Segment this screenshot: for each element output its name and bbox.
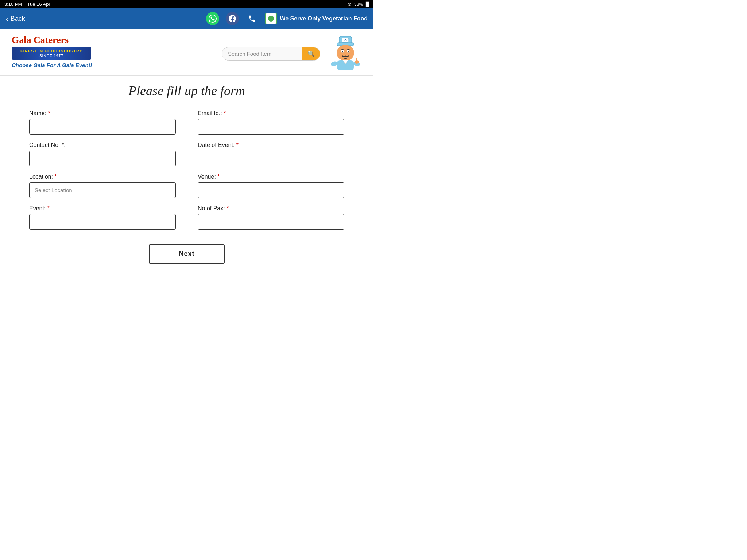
input-contact[interactable] — [29, 151, 176, 166]
label-email: Email Id.: * — [198, 110, 344, 117]
form-group-location: Location: * — [29, 174, 176, 198]
svg-point-10 — [330, 61, 338, 67]
back-arrow-icon: ‹ — [6, 15, 8, 23]
input-venue[interactable] — [198, 182, 344, 198]
form-group-venue: Venue: * — [198, 174, 344, 198]
required-star-date: * — [236, 142, 239, 148]
form-group-contact: Contact No. *: — [29, 142, 176, 166]
label-pax: No of Pax: * — [198, 205, 344, 212]
nav-icons-group: We Serve Only Vegetarian Food — [206, 12, 368, 25]
logo-banner-line2: SINCE 1977 — [20, 54, 82, 58]
sync-icon: ⊘ — [348, 2, 351, 7]
logo-banner: FINEST IN FOOD INDUSTRY SINCE 1977 — [12, 47, 91, 60]
svg-point-7 — [342, 51, 343, 53]
label-contact: Contact No. *: — [29, 142, 176, 148]
battery-icon: ▉ — [366, 2, 369, 7]
status-time: 3:10 PM — [4, 1, 22, 7]
header-section: Gala Caterers FINEST IN FOOD INDUSTRY SI… — [0, 29, 374, 76]
label-event: Event: * — [29, 205, 176, 212]
veg-symbol — [265, 13, 277, 24]
battery-indicator: 38% — [354, 2, 363, 7]
required-star-event: * — [47, 205, 50, 211]
form-group-event: Event: * — [29, 205, 176, 230]
back-label: Back — [11, 15, 25, 23]
form-grid: Name: * Email Id.: * Contact No. *: Date… — [29, 110, 344, 230]
status-bar: 3:10 PM Tue 16 Apr ⊘ 38% ▉ — [0, 0, 374, 8]
status-time-date: 3:10 PM Tue 16 Apr — [4, 1, 50, 7]
required-star-email: * — [224, 110, 226, 116]
form-group-date-event: Date of Event: * — [198, 142, 344, 166]
next-button-wrap: Next — [29, 244, 344, 264]
form-group-pax: No of Pax: * — [198, 205, 344, 230]
input-email[interactable] — [198, 119, 344, 135]
label-location: Location: * — [29, 174, 176, 180]
logo-tagline: Choose Gala For A Gala Event! — [12, 62, 92, 68]
input-name[interactable] — [29, 119, 176, 135]
form-section: Please fill up the form Name: * Email Id… — [0, 76, 374, 278]
header-right: 🔍 G — [222, 35, 362, 73]
form-group-email: Email Id.: * — [198, 110, 344, 135]
veg-dot — [268, 16, 274, 22]
required-star-pax: * — [227, 205, 229, 211]
required-star-name: * — [48, 110, 50, 116]
form-title: Please fill up the form — [29, 83, 344, 98]
svg-point-8 — [348, 51, 349, 53]
search-input[interactable] — [222, 48, 302, 60]
input-pax[interactable] — [198, 214, 344, 230]
label-date-event: Date of Event: * — [198, 142, 344, 148]
input-date-event[interactable] — [198, 151, 344, 166]
veg-badge: We Serve Only Vegetarian Food — [265, 13, 368, 24]
logo-title: Gala Caterers — [12, 35, 69, 46]
search-button[interactable]: 🔍 — [302, 47, 320, 60]
whatsapp-button[interactable] — [206, 12, 219, 25]
mascot-svg: G — [329, 35, 362, 71]
required-star-location: * — [54, 174, 57, 180]
label-name: Name: * — [29, 110, 176, 117]
svg-rect-13 — [356, 58, 357, 62]
back-button[interactable]: ‹ Back — [6, 15, 25, 23]
facebook-button[interactable] — [226, 12, 239, 25]
next-button[interactable]: Next — [149, 244, 224, 264]
label-venue: Venue: * — [198, 174, 344, 180]
veg-badge-text: We Serve Only Vegetarian Food — [280, 15, 368, 22]
input-event[interactable] — [29, 214, 176, 230]
status-date: Tue 16 Apr — [27, 1, 50, 7]
chef-mascot: G — [329, 35, 362, 73]
input-location[interactable] — [29, 182, 176, 198]
status-right: ⊘ 38% ▉ — [348, 2, 369, 7]
required-star-venue: * — [217, 174, 220, 180]
logo-area: Gala Caterers FINEST IN FOOD INDUSTRY SI… — [12, 35, 92, 68]
nav-bar: ‹ Back We Serve Only Vegetarian Food — [0, 8, 374, 29]
svg-text:G: G — [344, 39, 347, 42]
search-bar[interactable]: 🔍 — [222, 47, 320, 61]
form-group-name: Name: * — [29, 110, 176, 135]
logo-banner-line1: FINEST IN FOOD INDUSTRY — [20, 49, 82, 53]
phone-button[interactable] — [245, 12, 259, 25]
